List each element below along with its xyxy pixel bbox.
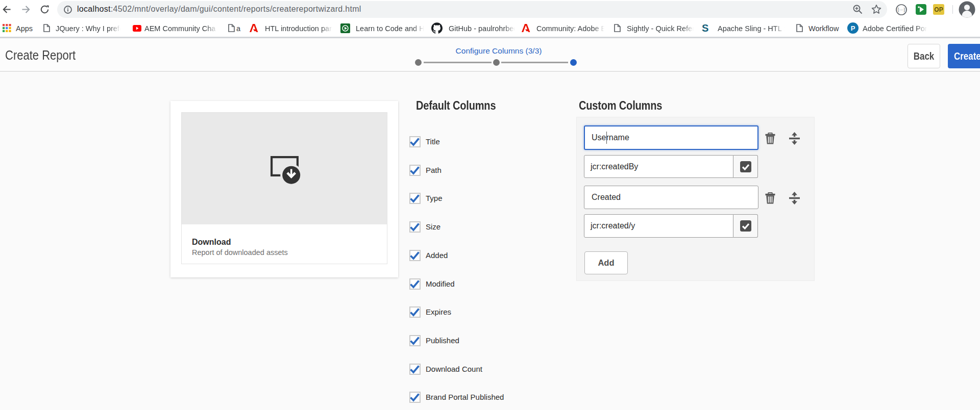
svg-text:P: P (851, 24, 855, 32)
svg-text:{···}: {···} (897, 7, 905, 12)
svg-text:OP: OP (934, 6, 943, 13)
